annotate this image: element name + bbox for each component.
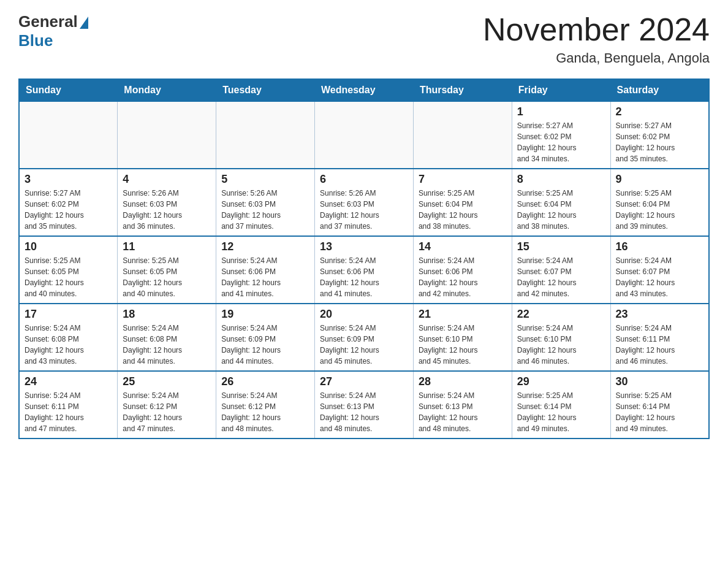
calendar-cell: 5Sunrise: 5:26 AM Sunset: 6:03 PM Daylig… <box>216 169 315 236</box>
day-info: Sunrise: 5:24 AM Sunset: 6:12 PM Dayligh… <box>123 390 211 434</box>
calendar-cell: 8Sunrise: 5:25 AM Sunset: 6:04 PM Daylig… <box>512 169 610 236</box>
calendar-cell: 17Sunrise: 5:24 AM Sunset: 6:08 PM Dayli… <box>19 304 118 371</box>
title-section: November 2024 Ganda, Benguela, Angola <box>483 12 710 66</box>
page-header: General Blue November 2024 Ganda, Bengue… <box>18 12 710 66</box>
day-info: Sunrise: 5:25 AM Sunset: 6:04 PM Dayligh… <box>616 188 703 232</box>
week-row-4: 17Sunrise: 5:24 AM Sunset: 6:08 PM Dayli… <box>19 304 709 371</box>
day-number: 13 <box>320 240 408 253</box>
logo-triangle-icon <box>80 17 88 29</box>
day-number: 22 <box>517 308 605 321</box>
day-number: 11 <box>123 240 211 253</box>
calendar-cell: 15Sunrise: 5:24 AM Sunset: 6:07 PM Dayli… <box>512 236 610 304</box>
day-number: 30 <box>616 375 703 388</box>
day-info: Sunrise: 5:24 AM Sunset: 6:06 PM Dayligh… <box>320 255 408 299</box>
day-number: 3 <box>25 173 112 186</box>
logo: General Blue <box>18 12 88 50</box>
calendar-cell: 20Sunrise: 5:24 AM Sunset: 6:09 PM Dayli… <box>315 304 414 371</box>
day-number: 1 <box>517 105 605 118</box>
calendar-cell: 9Sunrise: 5:25 AM Sunset: 6:04 PM Daylig… <box>610 169 709 236</box>
week-row-2: 3Sunrise: 5:27 AM Sunset: 6:02 PM Daylig… <box>19 169 709 236</box>
day-info: Sunrise: 5:25 AM Sunset: 6:05 PM Dayligh… <box>25 255 112 299</box>
day-number: 2 <box>616 105 703 118</box>
calendar-cell: 30Sunrise: 5:25 AM Sunset: 6:14 PM Dayli… <box>610 371 709 439</box>
day-number: 16 <box>616 240 703 253</box>
calendar-cell: 22Sunrise: 5:24 AM Sunset: 6:10 PM Dayli… <box>512 304 610 371</box>
weekday-header-tuesday: Tuesday <box>216 79 315 101</box>
day-number: 27 <box>320 375 408 388</box>
calendar-cell: 24Sunrise: 5:24 AM Sunset: 6:11 PM Dayli… <box>19 371 118 439</box>
weekday-header-monday: Monday <box>118 79 216 101</box>
calendar-cell: 29Sunrise: 5:25 AM Sunset: 6:14 PM Dayli… <box>512 371 610 439</box>
day-info: Sunrise: 5:25 AM Sunset: 6:14 PM Dayligh… <box>616 390 703 434</box>
day-info: Sunrise: 5:26 AM Sunset: 6:03 PM Dayligh… <box>123 188 211 232</box>
day-number: 24 <box>25 375 112 388</box>
calendar-cell <box>118 101 216 169</box>
calendar-cell: 7Sunrise: 5:25 AM Sunset: 6:04 PM Daylig… <box>413 169 512 236</box>
day-number: 17 <box>25 308 112 321</box>
day-number: 9 <box>616 173 703 186</box>
day-number: 28 <box>419 375 507 388</box>
day-info: Sunrise: 5:24 AM Sunset: 6:10 PM Dayligh… <box>419 323 507 367</box>
week-row-1: 1Sunrise: 5:27 AM Sunset: 6:02 PM Daylig… <box>19 101 709 169</box>
calendar-cell: 11Sunrise: 5:25 AM Sunset: 6:05 PM Dayli… <box>118 236 216 304</box>
day-info: Sunrise: 5:24 AM Sunset: 6:13 PM Dayligh… <box>419 390 507 434</box>
day-info: Sunrise: 5:24 AM Sunset: 6:06 PM Dayligh… <box>419 255 507 299</box>
calendar-cell: 2Sunrise: 5:27 AM Sunset: 6:02 PM Daylig… <box>610 101 709 169</box>
day-number: 23 <box>616 308 703 321</box>
day-info: Sunrise: 5:24 AM Sunset: 6:07 PM Dayligh… <box>517 255 605 299</box>
weekday-header-friday: Friday <box>512 79 610 101</box>
day-info: Sunrise: 5:24 AM Sunset: 6:12 PM Dayligh… <box>221 390 309 434</box>
day-info: Sunrise: 5:25 AM Sunset: 6:05 PM Dayligh… <box>123 255 211 299</box>
calendar-cell <box>315 101 414 169</box>
calendar-cell: 19Sunrise: 5:24 AM Sunset: 6:09 PM Dayli… <box>216 304 315 371</box>
day-info: Sunrise: 5:24 AM Sunset: 6:07 PM Dayligh… <box>616 255 703 299</box>
weekday-header-wednesday: Wednesday <box>315 79 414 101</box>
day-info: Sunrise: 5:24 AM Sunset: 6:11 PM Dayligh… <box>616 323 703 367</box>
calendar-cell: 10Sunrise: 5:25 AM Sunset: 6:05 PM Dayli… <box>19 236 118 304</box>
calendar-cell: 14Sunrise: 5:24 AM Sunset: 6:06 PM Dayli… <box>413 236 512 304</box>
location-title: Ganda, Benguela, Angola <box>483 50 710 66</box>
day-info: Sunrise: 5:27 AM Sunset: 6:02 PM Dayligh… <box>616 120 703 164</box>
day-number: 6 <box>320 173 408 186</box>
calendar-cell: 1Sunrise: 5:27 AM Sunset: 6:02 PM Daylig… <box>512 101 610 169</box>
day-number: 25 <box>123 375 211 388</box>
day-info: Sunrise: 5:25 AM Sunset: 6:14 PM Dayligh… <box>517 390 605 434</box>
calendar-cell: 13Sunrise: 5:24 AM Sunset: 6:06 PM Dayli… <box>315 236 414 304</box>
day-info: Sunrise: 5:25 AM Sunset: 6:04 PM Dayligh… <box>517 188 605 232</box>
calendar-cell <box>216 101 315 169</box>
calendar-cell: 3Sunrise: 5:27 AM Sunset: 6:02 PM Daylig… <box>19 169 118 236</box>
day-info: Sunrise: 5:27 AM Sunset: 6:02 PM Dayligh… <box>25 188 112 232</box>
weekday-header-sunday: Sunday <box>19 79 118 101</box>
day-info: Sunrise: 5:24 AM Sunset: 6:10 PM Dayligh… <box>517 323 605 367</box>
day-info: Sunrise: 5:24 AM Sunset: 6:08 PM Dayligh… <box>123 323 211 367</box>
day-number: 8 <box>517 173 605 186</box>
day-info: Sunrise: 5:24 AM Sunset: 6:09 PM Dayligh… <box>320 323 408 367</box>
calendar-cell: 18Sunrise: 5:24 AM Sunset: 6:08 PM Dayli… <box>118 304 216 371</box>
day-info: Sunrise: 5:27 AM Sunset: 6:02 PM Dayligh… <box>517 120 605 164</box>
day-info: Sunrise: 5:26 AM Sunset: 6:03 PM Dayligh… <box>221 188 309 232</box>
day-number: 29 <box>517 375 605 388</box>
day-number: 14 <box>419 240 507 253</box>
weekday-header-row: SundayMondayTuesdayWednesdayThursdayFrid… <box>19 79 709 101</box>
weekday-header-thursday: Thursday <box>413 79 512 101</box>
calendar-cell: 28Sunrise: 5:24 AM Sunset: 6:13 PM Dayli… <box>413 371 512 439</box>
calendar-header: SundayMondayTuesdayWednesdayThursdayFrid… <box>19 79 709 101</box>
day-number: 4 <box>123 173 211 186</box>
day-info: Sunrise: 5:24 AM Sunset: 6:13 PM Dayligh… <box>320 390 408 434</box>
calendar-cell <box>413 101 512 169</box>
calendar-cell: 23Sunrise: 5:24 AM Sunset: 6:11 PM Dayli… <box>610 304 709 371</box>
calendar-cell: 12Sunrise: 5:24 AM Sunset: 6:06 PM Dayli… <box>216 236 315 304</box>
day-number: 7 <box>419 173 507 186</box>
calendar-cell: 16Sunrise: 5:24 AM Sunset: 6:07 PM Dayli… <box>610 236 709 304</box>
day-info: Sunrise: 5:24 AM Sunset: 6:08 PM Dayligh… <box>25 323 112 367</box>
calendar-cell: 4Sunrise: 5:26 AM Sunset: 6:03 PM Daylig… <box>118 169 216 236</box>
day-number: 20 <box>320 308 408 321</box>
day-number: 10 <box>25 240 112 253</box>
week-row-3: 10Sunrise: 5:25 AM Sunset: 6:05 PM Dayli… <box>19 236 709 304</box>
day-number: 5 <box>221 173 309 186</box>
day-number: 26 <box>221 375 309 388</box>
day-number: 21 <box>419 308 507 321</box>
logo-general-text: General <box>18 12 78 31</box>
calendar-cell: 6Sunrise: 5:26 AM Sunset: 6:03 PM Daylig… <box>315 169 414 236</box>
calendar-body: 1Sunrise: 5:27 AM Sunset: 6:02 PM Daylig… <box>19 101 709 439</box>
